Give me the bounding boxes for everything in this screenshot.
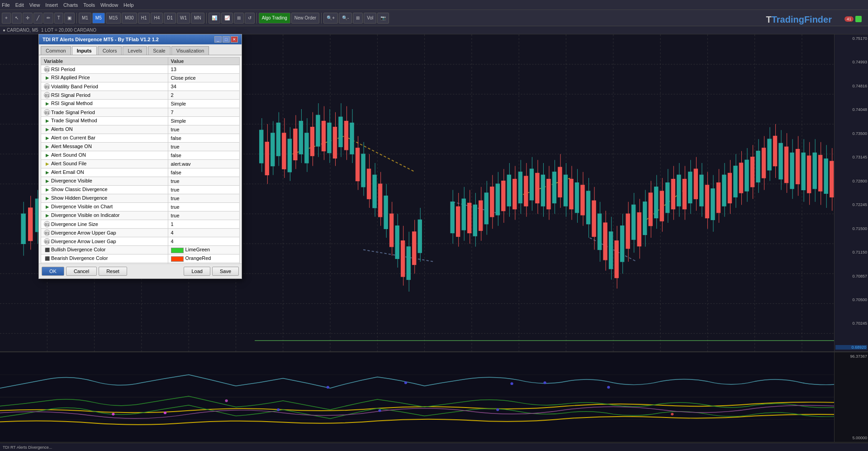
row-value[interactable]: 34: [168, 82, 239, 91]
tb-objects[interactable]: ⊞: [234, 13, 244, 24]
tb-zoom-in[interactable]: 🔍+: [323, 13, 338, 24]
svg-rect-138: [558, 167, 562, 197]
svg-rect-150: [592, 201, 596, 236]
ok-button[interactable]: OK: [42, 267, 64, 276]
row-value[interactable]: Simple: [168, 117, 239, 125]
svg-rect-108: [473, 205, 477, 236]
price-7: 0.72800: [835, 179, 867, 183]
tb-indicators[interactable]: 📈: [221, 13, 233, 24]
tb-grid[interactable]: ⊞: [353, 13, 363, 24]
row-value[interactable]: true: [168, 186, 239, 194]
tf-mn[interactable]: MN: [191, 13, 204, 24]
bearish-color-swatch[interactable]: [171, 256, 184, 262]
menu-edit[interactable]: Edit: [15, 2, 24, 8]
svg-rect-204: [745, 160, 749, 191]
row-value[interactable]: 2: [168, 91, 239, 100]
svg-rect-60: [310, 127, 314, 156]
table-row: 01RSI Period 13: [41, 65, 240, 74]
row-value[interactable]: 13: [168, 65, 239, 74]
algo-trading-btn[interactable]: Algo Trading: [259, 13, 290, 24]
row-value[interactable]: OrangeRed: [168, 254, 239, 263]
row-value[interactable]: true: [168, 203, 239, 211]
menu-view[interactable]: View: [29, 2, 40, 8]
row-value[interactable]: true: [168, 177, 239, 186]
tf-m30[interactable]: M30: [122, 13, 137, 24]
row-value[interactable]: alert.wav: [168, 160, 239, 168]
svg-rect-48: [276, 123, 280, 156]
row-value[interactable]: true: [168, 125, 239, 134]
tf-m1[interactable]: M1: [79, 13, 91, 24]
sep1: [76, 13, 77, 24]
menu-charts[interactable]: Charts: [63, 2, 78, 8]
price-3: 0.74816: [835, 84, 867, 88]
tf-w1[interactable]: W1: [177, 13, 190, 24]
row-value[interactable]: true: [168, 211, 239, 220]
tb-draw[interactable]: ✏: [43, 13, 53, 24]
row-value[interactable]: 4: [168, 229, 239, 237]
row-value[interactable]: 4: [168, 237, 239, 246]
row-value[interactable]: false: [168, 134, 239, 143]
menu-file[interactable]: File: [2, 2, 10, 8]
tb-crosshair[interactable]: ✛: [23, 13, 33, 24]
menu-window[interactable]: Window: [100, 2, 118, 8]
tf-h4[interactable]: H4: [151, 13, 163, 24]
tb-refresh[interactable]: ↺: [245, 13, 255, 24]
tf-h1[interactable]: H1: [138, 13, 150, 24]
table-row: 01Divergence Arrow Lower Gap 4: [41, 237, 240, 246]
table-row: ▶Divergence Visible on Chart true: [41, 203, 240, 211]
tf-d1[interactable]: D1: [164, 13, 176, 24]
tab-scale[interactable]: Scale: [148, 46, 171, 55]
dialog-minimize-btn[interactable]: _: [214, 36, 222, 43]
row-value[interactable]: Close price: [168, 74, 239, 82]
save-button[interactable]: Save: [212, 267, 239, 276]
svg-rect-92: [401, 241, 404, 277]
tab-colors[interactable]: Colors: [98, 46, 122, 55]
row-value[interactable]: Simple: [168, 100, 239, 108]
row-value[interactable]: 7: [168, 108, 239, 117]
cancel-button[interactable]: Cancel: [66, 267, 97, 276]
tf-m15[interactable]: M15: [106, 13, 121, 24]
dialog-titlebar-btns: _ □ ✕: [214, 36, 238, 43]
new-order-btn[interactable]: New Order: [291, 13, 319, 24]
col-value: Value: [168, 58, 239, 65]
price-5: 0.73500: [835, 131, 867, 136]
dialog-close-btn[interactable]: ✕: [231, 36, 238, 43]
svg-rect-42: [260, 130, 263, 163]
tb-chart-type[interactable]: 📊: [209, 13, 220, 24]
menu-help[interactable]: Help: [123, 2, 134, 8]
row-name: ▶Divergence Visible on Indicator: [41, 211, 168, 220]
tf-m5[interactable]: M5: [92, 13, 105, 24]
tab-inputs[interactable]: Inputs: [72, 46, 97, 55]
row-value[interactable]: true: [168, 143, 239, 151]
menu-insert[interactable]: Insert: [45, 2, 58, 8]
row-value[interactable]: true: [168, 194, 239, 203]
tb-new-chart[interactable]: +: [2, 13, 11, 24]
row-value[interactable]: false: [168, 151, 239, 160]
tb-line-tool[interactable]: ╱: [33, 13, 43, 24]
price-10: 0.71150: [835, 250, 867, 254]
tb-text[interactable]: T: [54, 13, 63, 24]
svg-rect-218: [784, 147, 788, 182]
table-row: ▶Divergence Visible true: [41, 177, 240, 186]
ind-price-1: 96.37367: [835, 354, 867, 359]
tab-visualization[interactable]: Visualization: [171, 46, 209, 55]
row-name: 01Trade Signal Period: [41, 108, 168, 117]
row-value[interactable]: LimeGreen: [168, 246, 239, 254]
row-value[interactable]: false: [168, 168, 239, 177]
row-value[interactable]: 1: [168, 220, 239, 229]
reset-button[interactable]: Reset: [99, 267, 127, 276]
tb-shapes[interactable]: ▣: [64, 13, 75, 24]
bullish-color-swatch[interactable]: [171, 248, 184, 253]
tb-zoom-out[interactable]: 🔍-: [339, 13, 352, 24]
svg-point-256: [496, 408, 499, 411]
tb-screenshot[interactable]: 📷: [377, 13, 389, 24]
tab-common[interactable]: Common: [41, 46, 71, 55]
menu-tools[interactable]: Tools: [83, 2, 95, 8]
tb-vol[interactable]: Vol: [364, 13, 376, 24]
load-button[interactable]: Load: [184, 267, 210, 276]
svg-point-253: [327, 386, 329, 389]
tb-cursor[interactable]: ↖: [12, 13, 22, 24]
svg-rect-64: [322, 121, 325, 151]
dialog-maximize-btn[interactable]: □: [223, 36, 230, 43]
tab-levels[interactable]: Levels: [123, 46, 147, 55]
